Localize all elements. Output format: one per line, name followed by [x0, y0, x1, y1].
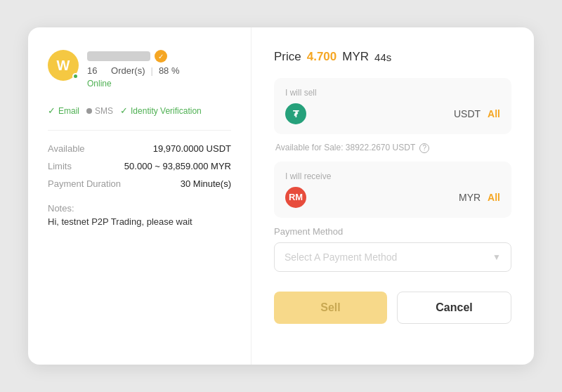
sms-dot-icon: [86, 108, 92, 114]
sell-box-label: I will sell: [285, 88, 500, 98]
info-row-duration: Payment Duration 30 Minute(s): [48, 178, 231, 189]
duration-value: 30 Minute(s): [181, 178, 231, 189]
price-label: Price: [274, 50, 301, 64]
available-label: Available: [48, 143, 85, 154]
price-currency: MYR: [342, 50, 369, 64]
receive-all-button[interactable]: All: [488, 192, 500, 203]
payment-method-placeholder: Select A Payment Method: [285, 251, 397, 263]
receive-input-row: RM MYR All: [285, 187, 500, 208]
info-row-available: Available 19,970.0000 USDT: [48, 143, 231, 154]
question-icon: ?: [419, 143, 429, 153]
avatar: W: [48, 50, 79, 81]
sell-box: I will sell ₮ USDT All: [274, 78, 511, 134]
orders-rate: 88 %: [159, 65, 180, 76]
info-row-limits: Limits 50.000 ~ 93,859.000 MYR: [48, 161, 231, 171]
verification-badges: ✓ Email SMS ✓ Identity Verification: [48, 105, 231, 116]
receive-box-label: I will receive: [285, 171, 500, 181]
limits-label: Limits: [48, 161, 72, 171]
sms-badge-label: SMS: [95, 106, 113, 116]
payment-method-section: Payment Method Select A Payment Method ▼: [274, 226, 511, 272]
email-badge-label: Email: [58, 106, 79, 116]
orders-row: 16 Order(s) | 88 %: [87, 65, 180, 76]
sell-currency-label: USDT: [454, 108, 481, 119]
info-table: Available 19,970.0000 USDT Limits 50.000…: [48, 143, 231, 189]
divider: [48, 130, 231, 131]
user-header: W ✓ 16 Order(s) | 88 % Online: [48, 50, 231, 89]
sell-button[interactable]: Sell: [274, 292, 387, 324]
price-timer: 44s: [374, 51, 391, 63]
duration-label: Payment Duration: [48, 178, 121, 189]
action-buttons: Sell Cancel: [274, 292, 511, 324]
price-value: 4.700: [307, 50, 337, 64]
seller-info-panel: W ✓ 16 Order(s) | 88 % Online: [28, 27, 251, 365]
myr-coin-icon: RM: [285, 187, 306, 208]
orders-divider: |: [150, 65, 152, 76]
online-status: Online: [87, 79, 180, 89]
receive-box: I will receive RM MYR All: [274, 162, 511, 218]
usdt-coin-icon: ₮: [285, 103, 306, 124]
payment-method-select[interactable]: Select A Payment Method ▼: [274, 242, 511, 272]
sell-all-button[interactable]: All: [488, 108, 500, 119]
receive-currency-label: MYR: [459, 192, 481, 203]
notes-section: Notes: Hi, testnet P2P Trading, please w…: [48, 203, 231, 227]
limits-value: 50.000 ~ 93,859.000 MYR: [124, 161, 231, 171]
trade-modal: W ✓ 16 Order(s) | 88 % Online: [28, 27, 534, 365]
notes-label: Notes:: [48, 203, 231, 214]
email-check-icon: ✓: [48, 105, 55, 116]
notes-text: Hi, testnet P2P Trading, please wait: [48, 216, 231, 227]
chevron-down-icon: ▼: [492, 252, 501, 262]
identity-badge: ✓ Identity Verification: [120, 105, 202, 116]
sms-badge: SMS: [86, 106, 113, 116]
orders-label: Order(s): [111, 65, 145, 76]
sell-input-row: ₮ USDT All: [285, 103, 500, 124]
user-info: ✓ 16 Order(s) | 88 % Online: [87, 50, 180, 89]
sell-amount-input[interactable]: [313, 108, 447, 120]
receive-amount-input[interactable]: [313, 191, 452, 203]
payment-method-label: Payment Method: [274, 226, 511, 237]
trade-form-panel: Price 4.700 MYR 44s I will sell ₮ USDT A…: [251, 27, 534, 365]
cancel-button[interactable]: Cancel: [397, 292, 511, 324]
online-dot: [72, 73, 79, 79]
orders-count: 16: [87, 65, 97, 76]
available-for-sale-text: Available for Sale: 38922.2670 USDT ?: [274, 143, 511, 153]
identity-badge-label: Identity Verification: [131, 106, 202, 116]
username-row: ✓: [87, 50, 180, 63]
email-badge: ✓ Email: [48, 105, 79, 116]
price-row: Price 4.700 MYR 44s: [274, 50, 511, 64]
identity-check-icon: ✓: [120, 105, 128, 116]
verified-badge-icon: ✓: [155, 50, 167, 63]
available-value: 19,970.0000 USDT: [153, 143, 231, 154]
username-blur: [87, 51, 150, 61]
